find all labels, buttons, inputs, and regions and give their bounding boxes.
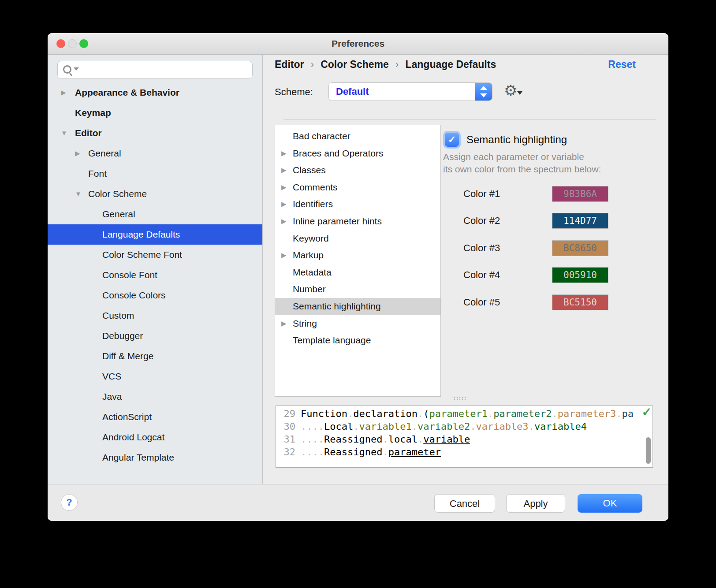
list-item-markup[interactable]: Markup (275, 247, 440, 264)
chevron-down-icon[interactable] (75, 184, 82, 204)
list-item-semantic-highlighting[interactable]: Semantic highlighting (275, 298, 440, 315)
chevron-right-icon[interactable] (61, 82, 66, 103)
splitter-handle[interactable] (453, 396, 466, 400)
sidebar-item-actionscript[interactable]: ActionScript (48, 407, 262, 427)
color-4-label: Color #4 (463, 269, 500, 281)
breadcrumb: EditorColor SchemeLanguage Defaults (275, 59, 496, 71)
list-item-inline-parameter-hints[interactable]: Inline parameter hints (275, 213, 440, 230)
preview-line: 30....Local.variable1.variable2.variable… (276, 420, 653, 433)
scheme-actions-button[interactable]: ⚙ (504, 82, 517, 99)
search-input[interactable] (57, 61, 253, 78)
sidebar-item-debugger[interactable]: Debugger (48, 326, 262, 346)
dropdown-caret-icon (517, 91, 522, 95)
scheme-label: Scheme: (275, 86, 313, 98)
element-list: Bad character Braces and Operators Class… (275, 125, 441, 397)
breadcrumb-editor[interactable]: Editor (275, 59, 304, 70)
list-item-identifiers[interactable]: Identifiers (275, 196, 440, 213)
scheme-selected-value: Default (336, 83, 369, 100)
sidebar-item-color-scheme-general[interactable]: General (48, 204, 262, 224)
breadcrumb-separator-icon (395, 59, 399, 71)
sidebar-item-angular-template[interactable]: Angular Template (48, 447, 262, 468)
cancel-button[interactable]: Cancel (434, 494, 495, 513)
sidebar-item-console-font[interactable]: Console Font (48, 265, 262, 285)
search-options-caret-icon[interactable] (74, 67, 79, 71)
semantic-highlighting-checkbox[interactable]: ✓ (443, 131, 461, 149)
sidebar-item-color-scheme-font[interactable]: Color Scheme Font (48, 245, 262, 265)
description-line-1: Assign each parameter or variable (443, 152, 584, 162)
scheme-stepper[interactable] (475, 83, 492, 100)
list-item-string[interactable]: String (275, 315, 440, 332)
sidebar-item-color-scheme[interactable]: Color Scheme (48, 184, 262, 204)
header-divider (283, 119, 656, 120)
footer-bar: ? Cancel Apply OK (48, 484, 668, 521)
sidebar-item-font[interactable]: Font (48, 164, 262, 184)
sidebar-item-java[interactable]: Java (48, 387, 262, 407)
scheme-select[interactable]: Default (328, 82, 492, 101)
chevron-right-icon[interactable] (281, 145, 287, 162)
titlebar[interactable]: Preferences (48, 33, 668, 55)
checkbox-check-icon: ✓ (445, 133, 459, 147)
list-item-number[interactable]: Number (275, 281, 440, 298)
list-item-comments[interactable]: Comments (275, 179, 440, 196)
list-item-keyword[interactable]: Keyword (275, 230, 440, 247)
color-4-swatch[interactable]: 005910 (552, 267, 608, 283)
chevron-right-icon[interactable] (281, 196, 287, 213)
window-title: Preferences (48, 33, 668, 54)
color-5-swatch[interactable]: BC5150 (552, 294, 608, 310)
chevron-right-icon[interactable] (281, 315, 287, 332)
chevron-right-icon[interactable] (75, 143, 80, 164)
preview-line: 32....Reassigned.parameter (276, 446, 653, 458)
inspections-ok-icon: ✓ (641, 406, 652, 419)
sidebar-item-console-colors[interactable]: Console Colors (48, 285, 262, 305)
sidebar-item-editor[interactable]: Editor (48, 123, 262, 143)
chevron-right-icon[interactable] (281, 162, 287, 179)
ok-button[interactable]: OK (578, 494, 642, 513)
chevron-down-icon (480, 93, 487, 97)
color-2-label: Color #2 (463, 215, 500, 227)
color-3-swatch[interactable]: BC8650 (552, 240, 608, 256)
sidebar-item-vcs[interactable]: VCS (48, 366, 262, 387)
chevron-right-icon[interactable] (281, 179, 287, 196)
sidebar-item-android-logcat[interactable]: Android Logcat (48, 427, 262, 447)
color-1-label: Color #1 (463, 188, 500, 200)
color-3-label: Color #3 (463, 242, 500, 254)
apply-button[interactable]: Apply (506, 494, 565, 513)
preview-line: 29Function.declaration.(parameter1.param… (276, 407, 653, 420)
list-item-metadata[interactable]: Metadata (275, 264, 440, 281)
chevron-down-icon[interactable] (61, 123, 67, 143)
help-button[interactable]: ? (61, 494, 78, 511)
sidebar-item-general[interactable]: General (48, 143, 262, 164)
checkbox-label[interactable]: Semantic highlighting (466, 134, 567, 146)
sidebar-item-diff-merge[interactable]: Diff & Merge (48, 346, 262, 366)
list-item-template-language[interactable]: Template language (275, 332, 440, 349)
breadcrumb-language-defaults: Language Defaults (405, 59, 496, 70)
preview-scrollbar[interactable] (646, 437, 651, 464)
list-item-classes[interactable]: Classes (275, 162, 440, 179)
breadcrumb-separator-icon (310, 59, 314, 71)
color-1-swatch[interactable]: 9B3B6A (552, 186, 608, 202)
list-item-braces-operators[interactable]: Braces and Operators (275, 145, 440, 162)
settings-sidebar: Appearance & Behavior Keymap Editor Gene… (48, 55, 263, 484)
search-icon (63, 65, 71, 74)
sidebar-item-keymap[interactable]: Keymap (48, 103, 262, 123)
preview-line: 31....Reassigned.local.variable (276, 433, 653, 446)
color-2-swatch[interactable]: 114D77 (552, 213, 608, 229)
sidebar-item-language-defaults[interactable]: Language Defaults (48, 224, 262, 245)
description-line-2: its own color from the spectrum below: (443, 164, 601, 175)
code-preview: 29Function.declaration.(parameter1.param… (276, 406, 653, 468)
sidebar-item-custom[interactable]: Custom (48, 305, 262, 326)
color-5-label: Color #5 (463, 297, 500, 308)
sidebar-item-appearance-behavior[interactable]: Appearance & Behavior (48, 82, 262, 103)
preferences-window: Preferences Appearance & Behavior Keymap… (48, 33, 668, 521)
breadcrumb-color-scheme[interactable]: Color Scheme (321, 59, 389, 70)
chevron-right-icon[interactable] (281, 247, 287, 264)
chevron-up-icon (480, 86, 487, 90)
list-item-bad-character[interactable]: Bad character (275, 128, 440, 145)
chevron-right-icon[interactable] (281, 213, 287, 230)
reset-link[interactable]: Reset (608, 59, 636, 71)
